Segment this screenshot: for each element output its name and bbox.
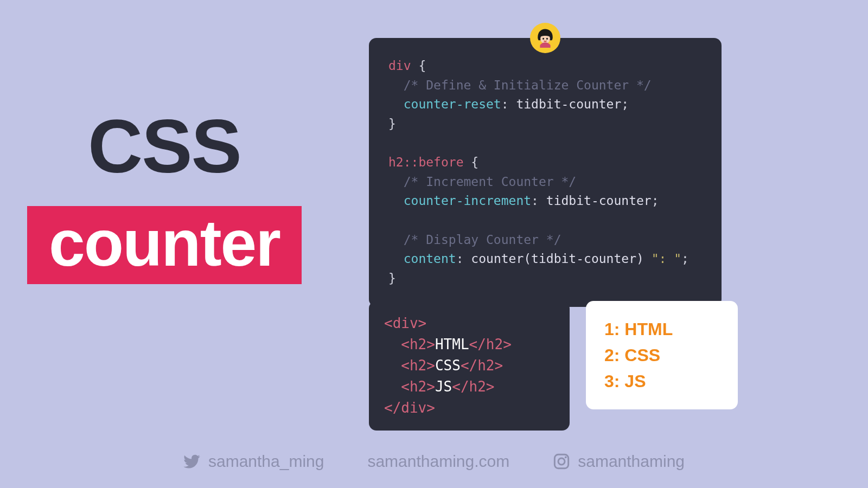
html-line: <h2>HTML</h2>	[384, 334, 554, 355]
prop-content: content	[404, 252, 456, 266]
twitter-icon	[183, 453, 201, 470]
prop-counter-reset: counter-reset	[404, 97, 501, 111]
svg-point-5	[565, 456, 567, 458]
pseudo-before: ::before	[404, 155, 464, 169]
title-block: CSS counter	[27, 108, 302, 284]
html-code-block: <div> <h2>HTML</h2> <h2>CSS</h2> <h2>JS<…	[369, 301, 570, 431]
output-line: 2: CSS	[604, 342, 719, 368]
title-line-1: CSS	[88, 108, 241, 184]
html-line: </div>	[384, 397, 554, 419]
comment-increment: /* Increment Counter */	[404, 175, 577, 189]
output-line: 3: JS	[604, 368, 719, 394]
css-code-content: div { /* Define & Initialize Counter */ …	[388, 56, 702, 288]
output-block: 1: HTML 2: CSS 3: JS	[586, 301, 738, 409]
svg-point-4	[558, 458, 565, 465]
twitter-handle: samantha_ming	[208, 452, 324, 471]
svg-point-1	[542, 38, 544, 40]
instagram-handle: samanthaming	[578, 452, 685, 471]
selector-div: div	[388, 59, 411, 73]
selector-h2: h2	[388, 155, 404, 169]
website-text: samanthaming.com	[367, 452, 509, 471]
output-line: 1: HTML	[604, 316, 719, 342]
comment-display: /* Display Counter */	[404, 233, 561, 247]
prop-counter-increment: counter-increment	[404, 194, 531, 208]
css-code-block: div { /* Define & Initialize Counter */ …	[369, 38, 722, 307]
footer: samantha_ming samanthaming.com samantham…	[0, 452, 868, 471]
comment-define: /* Define & Initialize Counter */	[404, 78, 652, 92]
title-line-2: counter	[27, 206, 302, 284]
svg-point-2	[546, 38, 548, 40]
html-line: <h2>CSS</h2>	[384, 355, 554, 376]
html-line: <div>	[384, 313, 554, 334]
website-link[interactable]: samanthaming.com	[367, 452, 509, 471]
instagram-link[interactable]: samanthaming	[553, 452, 685, 471]
twitter-link[interactable]: samantha_ming	[183, 452, 324, 471]
avatar-icon	[530, 23, 560, 53]
html-line: <h2>JS</h2>	[384, 376, 554, 397]
instagram-icon	[553, 453, 570, 470]
